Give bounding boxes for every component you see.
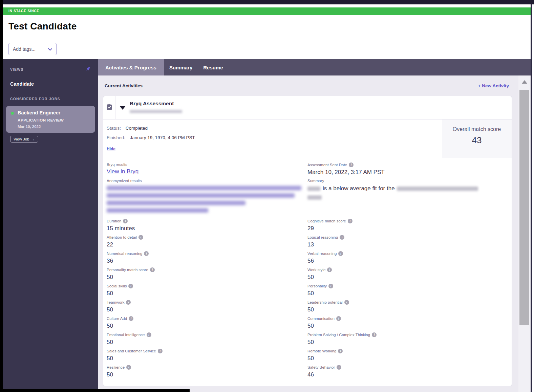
anonymized-results-label: Anomymized results bbox=[107, 179, 142, 183]
score-field: Sales and Customer Service i 50 bbox=[107, 349, 307, 362]
activities-content: Current Activities + New Activity bbox=[98, 75, 518, 392]
info-icon[interactable]: i bbox=[336, 316, 341, 321]
arrow-right-icon: → bbox=[31, 137, 35, 141]
bryq-results-label: Bryq results bbox=[107, 162, 127, 167]
sent-date-field: Assessment Sent Date i March 10, 2022, 3… bbox=[307, 162, 508, 176]
views-section-label: VIEWS bbox=[10, 67, 23, 71]
in-stage-since-banner: IN STAGE SINCE bbox=[3, 7, 531, 15]
screenshot-left-edge bbox=[0, 0, 3, 392]
score-field: Teamwork i 50 bbox=[107, 300, 307, 313]
scrollbar-thumb[interactable] bbox=[519, 90, 529, 325]
score-label: Duration bbox=[107, 219, 121, 223]
score-value: 36 bbox=[107, 258, 307, 264]
score-field: Personality match score i 50 bbox=[107, 267, 307, 281]
view-job-button[interactable]: View Job → bbox=[10, 136, 38, 143]
score-field: Emotional Intelligence i 50 bbox=[107, 332, 307, 346]
info-icon[interactable]: i bbox=[344, 300, 349, 305]
score-value: 50 bbox=[307, 323, 508, 329]
screenshot-bottom-edge bbox=[0, 389, 190, 392]
view-job-label: View Job bbox=[14, 137, 29, 141]
info-icon[interactable]: i bbox=[328, 284, 333, 288]
info-icon[interactable]: i bbox=[372, 332, 377, 337]
info-icon[interactable]: i bbox=[348, 219, 353, 223]
finished-value: January 19, 1970, 4:06 PM PST bbox=[130, 135, 195, 140]
score-value: 56 bbox=[307, 258, 508, 264]
redacted-name bbox=[307, 187, 320, 191]
info-icon[interactable]: i bbox=[123, 219, 128, 223]
score-value: 50 bbox=[307, 339, 508, 346]
score-value: 46 bbox=[307, 371, 508, 378]
collapse-activity-button[interactable] bbox=[115, 96, 130, 119]
score-label: Leadership potential bbox=[307, 300, 343, 304]
info-icon[interactable]: i bbox=[337, 365, 341, 370]
status-label: Status: bbox=[107, 126, 121, 131]
score-value: 22 bbox=[107, 241, 307, 248]
score-field: Culture Add i 50 bbox=[107, 316, 307, 329]
info-icon[interactable]: i bbox=[129, 316, 133, 321]
overall-match-score-box: Overall match score 43 bbox=[442, 119, 512, 158]
screenshot-right-edge bbox=[531, 4, 532, 392]
window-top-bar bbox=[0, 0, 534, 4]
info-icon[interactable]: i bbox=[126, 365, 131, 370]
score-value: 13 bbox=[307, 241, 508, 248]
score-label: Personality bbox=[307, 284, 327, 288]
score-value: 50 bbox=[107, 355, 307, 362]
info-icon[interactable]: i bbox=[138, 235, 143, 240]
info-icon[interactable]: i bbox=[147, 332, 151, 337]
pin-sidebar-icon[interactable] bbox=[86, 66, 91, 72]
sidebar-item-candidate[interactable]: Candidate bbox=[10, 81, 91, 87]
tab-resume[interactable]: Resume bbox=[198, 59, 228, 75]
info-icon[interactable]: i bbox=[128, 284, 133, 288]
tab-activities-progress[interactable]: Activities & Progress bbox=[98, 59, 164, 75]
score-field: Logical reasoning i 13 bbox=[307, 235, 508, 248]
anonymized-results-field: Anomymized results bbox=[107, 179, 307, 216]
score-label: Social skills bbox=[107, 284, 127, 288]
job-title: Backend Engineer bbox=[18, 110, 91, 115]
score-value: 50 bbox=[107, 306, 307, 313]
overall-match-score-value: 43 bbox=[442, 135, 512, 146]
new-activity-button[interactable]: + New Activity bbox=[478, 83, 509, 88]
tab-summary[interactable]: Summary bbox=[164, 59, 198, 75]
job-card-backend-engineer[interactable]: Backend Engineer APPLICATION REVIEW Mar … bbox=[6, 106, 95, 133]
info-icon[interactable]: i bbox=[144, 251, 149, 256]
info-icon[interactable]: i bbox=[150, 267, 155, 272]
info-icon[interactable]: i bbox=[126, 300, 131, 305]
sent-date-value: March 10, 2022, 3:17 AM PST bbox=[307, 169, 508, 176]
info-icon[interactable]: i bbox=[158, 349, 163, 353]
in-stage-since-label: IN STAGE SINCE bbox=[8, 9, 39, 13]
considered-for-jobs-label: CONSIDERED FOR JOBS bbox=[10, 97, 91, 101]
score-label: Remote Working bbox=[307, 349, 336, 353]
info-icon[interactable]: i bbox=[338, 251, 343, 256]
score-field: Work style i 50 bbox=[307, 267, 508, 281]
job-stage: APPLICATION REVIEW bbox=[18, 118, 91, 122]
redacted-activity-subtitle bbox=[130, 110, 182, 113]
vertical-scrollbar[interactable] bbox=[518, 75, 531, 392]
score-label: Teamwork bbox=[107, 300, 124, 304]
info-icon[interactable]: i bbox=[340, 235, 344, 240]
score-field: Personality i 50 bbox=[307, 284, 508, 297]
add-tags-select[interactable]: Add tags... bbox=[8, 43, 57, 55]
info-icon[interactable]: i bbox=[349, 162, 354, 167]
job-stage-date: Mar 10, 2022 bbox=[18, 125, 91, 129]
hide-link[interactable]: Hide bbox=[107, 147, 115, 151]
score-label: Cognitive match score bbox=[307, 219, 346, 223]
score-value: 29 bbox=[307, 225, 508, 232]
scroll-up-arrow-icon[interactable] bbox=[522, 80, 527, 84]
assessment-clipboard-icon bbox=[106, 104, 112, 112]
score-field: Safety Behavior i 46 bbox=[307, 365, 508, 378]
score-label: Attention to detail bbox=[107, 235, 137, 239]
sent-date-label: Assessment Sent Date bbox=[307, 163, 347, 167]
view-in-bryq-link[interactable]: View in Bryq bbox=[107, 168, 138, 175]
score-field: Remote Working i 50 bbox=[307, 349, 508, 362]
candidate-name: Test Candidate bbox=[8, 21, 77, 32]
bryq-assessment-card: Bryq Assessment Status: Completed Finish… bbox=[103, 96, 512, 386]
info-icon[interactable]: i bbox=[327, 267, 332, 272]
candidate-header: Test Candidate Add tags... bbox=[3, 15, 531, 59]
score-label: Safety Behavior bbox=[307, 365, 335, 369]
info-icon[interactable]: i bbox=[338, 349, 343, 353]
score-value: 50 bbox=[107, 274, 307, 281]
caret-down-icon bbox=[120, 106, 126, 110]
score-label: Work style bbox=[307, 268, 325, 272]
score-field: Verbal reasoning i 56 bbox=[307, 251, 508, 264]
summary-visible-text: is a below average fit for the bbox=[323, 185, 395, 192]
